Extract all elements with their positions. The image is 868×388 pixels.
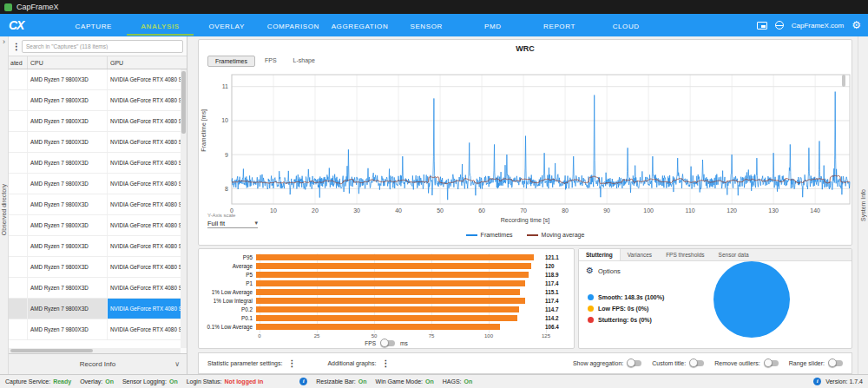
bar-value: 118.9 <box>542 272 558 278</box>
bar-chart-rows: P95121.1Average120P5118.9P1117.41% Low A… <box>204 253 569 330</box>
tab-stuttering[interactable]: Stuttering <box>579 249 621 260</box>
frametime-plot[interactable]: 8910110102030405060708090100110120130140 <box>209 71 853 223</box>
system-info-label: System Info <box>860 189 866 221</box>
app-logo[interactable]: CX <box>9 18 23 32</box>
capture-cpu-cell: AMD Ryzen 7 9800X3D <box>28 215 108 235</box>
nav-tab-analysis[interactable]: ANALYSIS <box>127 16 194 36</box>
record-info-toggle[interactable]: Record Info ∨ <box>9 353 187 374</box>
nav-tab-sensor[interactable]: SENSOR <box>393 16 460 36</box>
toggle-switch[interactable] <box>765 360 779 366</box>
frametime-chart-card: WRC FrametimesFPSL-shape Frametime [ms] … <box>198 39 852 246</box>
yaxis-scale-dropdown[interactable]: Full fit ▾ <box>207 220 258 228</box>
bar-fill <box>256 298 525 304</box>
chart-tab-l-shape[interactable]: L-shape <box>286 56 322 67</box>
legend-item-moving-average: Moving average <box>527 232 585 238</box>
chart-tab-frametimes[interactable]: Frametimes <box>207 56 255 67</box>
titlebar: CapFrameX <box>0 0 868 14</box>
info-icon[interactable]: i <box>813 378 821 385</box>
status-item-login-status-: Login Status:Not logged in <box>187 378 264 385</box>
captures-menu-icon[interactable]: ⋮ <box>12 42 18 51</box>
globe-icon[interactable] <box>775 21 784 30</box>
yaxis-scale-control: Y-Axis scale Full fit ▾ <box>207 213 258 228</box>
toggle-knob[interactable] <box>689 358 698 367</box>
capture-created-cell <box>9 194 28 214</box>
bar-track <box>256 289 542 295</box>
svg-text:100: 100 <box>643 207 654 214</box>
system-info-strip[interactable]: System Info <box>858 36 868 374</box>
expand-chevron-icon[interactable]: › <box>3 37 5 46</box>
nav-tab-report[interactable]: REPORT <box>526 16 593 36</box>
options-row: ⚙ Options <box>579 261 852 275</box>
navbar-right: CapFrameX.com ⚙ <box>757 20 861 30</box>
column-header-created[interactable]: ated <box>9 56 28 69</box>
column-header-cpu[interactable]: CPU <box>28 56 108 69</box>
capframex-site-link[interactable]: CapFrameX.com <box>792 22 844 30</box>
capture-row[interactable]: AMD Ryzen 7 9800X3DNVIDIA GeForce RTX 40… <box>9 299 181 319</box>
nav-tab-cloud[interactable]: CLOUD <box>593 16 660 36</box>
status-label: Sensor Logging: <box>122 378 167 385</box>
svg-text:30: 30 <box>353 207 360 214</box>
toggle-switch[interactable] <box>628 360 641 366</box>
capture-row[interactable]: AMD Ryzen 7 9800X3DNVIDIA GeForce RTX 40… <box>9 215 181 236</box>
observed-directory-strip[interactable]: › Observed directory <box>0 36 9 374</box>
options-gear-icon[interactable]: ⚙ <box>586 266 594 275</box>
statusbar-right: iVersion: 1.7.4 <box>813 378 863 385</box>
info-icon[interactable]: i <box>299 378 307 385</box>
capture-row[interactable]: AMD Ryzen 7 9800X3DNVIDIA GeForce RTX 40… <box>9 69 181 90</box>
toggle-knob[interactable] <box>828 358 837 367</box>
capture-created-cell <box>9 69 28 89</box>
nav-tab-capture[interactable]: CAPTURE <box>60 16 127 36</box>
toggle-knob[interactable] <box>380 339 389 347</box>
capture-cpu-cell: AMD Ryzen 7 9800X3D <box>28 236 108 256</box>
toggle-knob[interactable] <box>764 358 773 367</box>
capture-gpu-cell: NVIDIA GeForce RTX 4080 SUPER <box>108 153 181 173</box>
tab-sensor-data[interactable]: Sensor data <box>712 249 756 260</box>
scrollbar-thumb[interactable] <box>181 71 186 134</box>
captures-search-input[interactable] <box>22 40 183 53</box>
toggle-switch[interactable] <box>690 360 704 366</box>
nav-tab-comparison[interactable]: COMPARISON <box>260 16 326 36</box>
nav-tab-aggregation[interactable]: AGGREGATION <box>326 16 393 36</box>
capture-row[interactable]: AMD Ryzen 7 9800X3DNVIDIA GeForce RTX 40… <box>9 194 181 215</box>
chart-tab-fps[interactable]: FPS <box>258 56 284 67</box>
capture-row[interactable]: AMD Ryzen 7 9800X3DNVIDIA GeForce RTX 40… <box>9 236 181 257</box>
capture-gpu-cell: NVIDIA GeForce RTX 4080 SUPER <box>108 278 181 298</box>
nav-tab-overlay[interactable]: OVERLAY <box>194 16 260 36</box>
capture-row[interactable]: AMD Ryzen 7 9800X3DNVIDIA GeForce RTX 40… <box>9 111 181 132</box>
tab-variances[interactable]: Variances <box>621 249 659 260</box>
captures-vertical-scrollbar[interactable] <box>181 69 187 348</box>
status-label: HAGS: <box>443 378 462 385</box>
capture-row[interactable]: AMD Ryzen 7 9800X3DNVIDIA GeForce RTX 40… <box>9 90 181 111</box>
captures-table-header: ated CPU GPU <box>9 56 187 69</box>
toggle-knob[interactable] <box>627 358 635 367</box>
capture-row[interactable]: AMD Ryzen 7 9800X3DNVIDIA GeForce RTX 40… <box>9 319 181 340</box>
additional-graphs-label: Additional graphs: <box>327 360 376 366</box>
toggle-show-aggregation-: Show aggregation: <box>573 360 641 366</box>
plot-scrollbar[interactable] <box>842 75 845 87</box>
capture-row[interactable]: AMD Ryzen 7 9800X3DNVIDIA GeForce RTX 40… <box>9 257 181 278</box>
fps-ms-toggle[interactable] <box>381 340 395 346</box>
chart-type-tabs: FrametimesFPSL-shape <box>207 56 322 67</box>
stat-settings-menu-icon[interactable]: ⋮ <box>287 358 296 368</box>
capture-gpu-cell: NVIDIA GeForce RTX 4080 SUPER <box>108 111 181 131</box>
capture-gpu-cell: NVIDIA GeForce RTX 4080 SUPER <box>108 236 181 256</box>
fps-unit-label: FPS <box>365 340 376 346</box>
settings-gear-icon[interactable]: ⚙ <box>852 20 861 30</box>
svg-text:110: 110 <box>686 207 695 214</box>
stuttering-card: StutteringVariancesFPS thresholdsSensor … <box>578 248 852 349</box>
toggle-switch[interactable] <box>829 360 843 366</box>
capture-row[interactable]: AMD Ryzen 7 9800X3DNVIDIA GeForce RTX 40… <box>9 132 181 153</box>
nav-tab-pmd[interactable]: PMD <box>459 16 526 36</box>
bar-fill <box>256 306 519 312</box>
capture-row[interactable]: AMD Ryzen 7 9800X3DNVIDIA GeForce RTX 40… <box>9 153 181 174</box>
stutter-legend-item: Low FPS: 0s (0%) <box>588 306 664 312</box>
capture-row[interactable]: AMD Ryzen 7 9800X3DNVIDIA GeForce RTX 40… <box>9 174 181 194</box>
tab-fps-thresholds[interactable]: FPS thresholds <box>659 249 711 260</box>
overlay-icon[interactable] <box>757 22 767 30</box>
analysis-detail-tabs: StutteringVariancesFPS thresholdsSensor … <box>579 249 852 261</box>
capture-row[interactable]: AMD Ryzen 7 9800X3DNVIDIA GeForce RTX 40… <box>9 278 181 299</box>
scrollbar-thumb[interactable] <box>10 349 93 352</box>
bar-fill <box>256 280 525 286</box>
additional-graphs-menu-icon[interactable]: ⋮ <box>381 358 390 368</box>
column-header-gpu[interactable]: GPU <box>108 60 187 66</box>
